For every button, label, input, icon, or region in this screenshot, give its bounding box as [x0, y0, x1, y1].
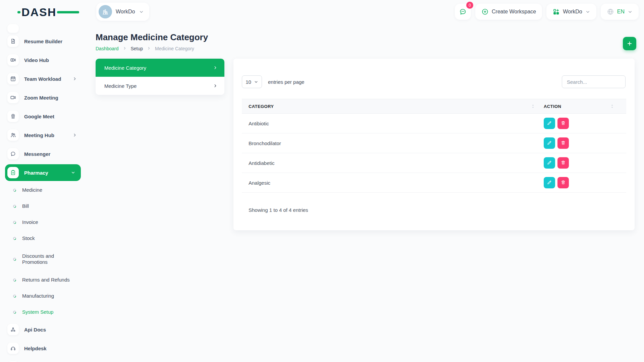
- sidebar: Resume BuilderVideo HubTeam WorkloadZoom…: [0, 21, 87, 362]
- sidebar-subitem-system-setup[interactable]: System Setup: [0, 304, 87, 320]
- sidebar-item-pharmacy[interactable]: Pharmacy: [5, 164, 81, 181]
- chevron-down-icon: [585, 9, 590, 14]
- entries-per-page-value: 10: [246, 79, 251, 85]
- sort-icon[interactable]: [530, 104, 536, 109]
- bullet-circle-icon: [12, 257, 17, 261]
- pencil-icon: [547, 120, 552, 127]
- table-row: Antidiabetic: [242, 153, 626, 173]
- search-input[interactable]: [562, 75, 626, 88]
- breadcrumb-setup[interactable]: Setup: [131, 46, 143, 51]
- delete-button[interactable]: [557, 118, 569, 129]
- sidebar-subitem-bill[interactable]: Bill: [0, 198, 87, 214]
- delete-button[interactable]: [557, 177, 569, 188]
- page-title: Manage Medicine Category: [96, 32, 208, 43]
- sidebar-item-messenger[interactable]: Messenger: [0, 144, 87, 163]
- logo-dot-accent: [17, 11, 20, 13]
- messages-button[interactable]: 0: [455, 4, 471, 20]
- entries-per-page-label: entries per page: [268, 79, 304, 85]
- chevron-right-icon: [213, 65, 218, 70]
- table-header-row: CATEGORY ACTION: [242, 99, 626, 114]
- sidebar-subitem-returns-and-refunds[interactable]: Returns and Refunds: [0, 272, 87, 288]
- chevron-right-icon: [72, 76, 77, 81]
- sidebar-subitem-label: Medicine: [22, 187, 42, 193]
- trash-icon: [560, 140, 566, 146]
- language-code: EN: [617, 9, 625, 15]
- sidebar-item-zoom-meeting[interactable]: Zoom Meeting: [0, 88, 87, 107]
- sidebar-subitem-discounts-and-promotions[interactable]: Discounts and Promotions: [0, 246, 87, 272]
- sidebar-item-video-hub[interactable]: Video Hub: [0, 51, 87, 69]
- chat-bubble-icon: [459, 8, 467, 16]
- trash-icon: [560, 120, 566, 127]
- chevron-down-icon: [71, 170, 75, 175]
- workspace-avatar-building-icon: [99, 5, 112, 18]
- sidebar-item-team-workload[interactable]: Team Workload: [0, 69, 87, 88]
- category-cell: Bronchodilator: [242, 133, 537, 153]
- setup-menu-item-medicine-type[interactable]: Medicine Type: [96, 77, 224, 95]
- bullet-circle-icon: [12, 310, 17, 314]
- category-cell: Antibiotic: [242, 114, 537, 133]
- sidebar-subitem-invoice[interactable]: Invoice: [0, 214, 87, 230]
- category-cell: Analgesic: [242, 173, 537, 193]
- headset-icon: [7, 343, 19, 354]
- sidebar-item-label: Team Workload: [24, 76, 61, 82]
- sidebar-item-resume-builder[interactable]: Resume Builder: [0, 32, 87, 51]
- chevron-down-icon: [254, 80, 258, 84]
- sidebar-item-label: Zoom Meeting: [24, 95, 58, 101]
- delete-button[interactable]: [557, 137, 569, 149]
- row-actions: [544, 137, 626, 149]
- sidebar-item-api-docs[interactable]: Api Docs: [0, 320, 87, 339]
- workdo-apps-button[interactable]: WorkDo: [546, 4, 596, 20]
- entries-per-page-select[interactable]: 10: [242, 75, 262, 88]
- breadcrumb-separator-icon: [123, 46, 127, 51]
- sidebar-item-google-meet[interactable]: Google Meet: [0, 107, 87, 126]
- sidebar-item-helpdesk[interactable]: Helpdesk: [0, 339, 87, 358]
- row-actions: [544, 118, 626, 129]
- trash-icon: [560, 160, 566, 166]
- sidebar-item-label: Meeting Hub: [24, 132, 54, 138]
- sidebar-item-meeting-hub[interactable]: Meeting Hub: [0, 126, 87, 144]
- setup-menu-item-medicine-category[interactable]: Medicine Category: [96, 59, 224, 77]
- create-workspace-button[interactable]: Create Workspace: [475, 4, 542, 20]
- breadcrumb-dashboard[interactable]: Dashboard: [96, 46, 119, 51]
- bullet-circle-icon: [12, 278, 17, 282]
- edit-button[interactable]: [544, 177, 555, 188]
- chevron-right-icon: [213, 83, 218, 88]
- trash-icon: [560, 180, 566, 186]
- dash-logo: DASH: [21, 5, 65, 19]
- calendar-icon: [7, 73, 19, 84]
- chevron-down-icon: [139, 9, 144, 14]
- breadcrumb-separator-icon: [147, 46, 151, 51]
- column-header-action[interactable]: ACTION: [537, 99, 626, 114]
- api-icon: [7, 324, 19, 335]
- sidebar-subitem-stock[interactable]: Stock: [0, 230, 87, 246]
- sidebar-item-label: Messenger: [24, 151, 50, 157]
- edit-button[interactable]: [544, 157, 555, 169]
- chat-bubble-icon: [7, 148, 19, 160]
- pencil-icon: [547, 180, 552, 186]
- webcam-icon: [7, 111, 19, 122]
- delete-button[interactable]: [557, 157, 569, 169]
- setup-menu-card: Medicine CategoryMedicine Type: [96, 59, 224, 95]
- sort-icon[interactable]: [609, 104, 615, 109]
- add-category-button[interactable]: [623, 37, 636, 50]
- clipboard-plus-icon: [7, 167, 19, 178]
- sidebar-item-label: Api Docs: [24, 327, 46, 333]
- column-header-category[interactable]: CATEGORY: [242, 99, 537, 114]
- sidebar-subitem-manufacturing[interactable]: Manufacturing: [0, 288, 87, 304]
- sidebar-subitem-medicine[interactable]: Medicine: [0, 182, 87, 198]
- sidebar-item-label: Pharmacy: [24, 170, 48, 176]
- breadcrumb: DashboardSetupMedicine Category: [96, 46, 194, 51]
- document-icon: [7, 36, 19, 47]
- sidebar-subitem-label: Returns and Refunds: [22, 277, 70, 283]
- language-selector[interactable]: EN: [601, 4, 639, 20]
- edit-button[interactable]: [544, 137, 555, 149]
- chevron-right-icon: [72, 133, 77, 137]
- logo-dash-accent: [57, 11, 79, 13]
- bullet-circle-icon: [12, 204, 17, 208]
- workspace-selector[interactable]: WorkDo: [96, 3, 149, 21]
- logo-text: DASH: [21, 6, 56, 18]
- table-row: Antibiotic: [242, 114, 626, 133]
- edit-button[interactable]: [544, 118, 555, 129]
- category-cell: Antidiabetic: [242, 153, 537, 173]
- workspace-name: WorkDo: [116, 9, 135, 15]
